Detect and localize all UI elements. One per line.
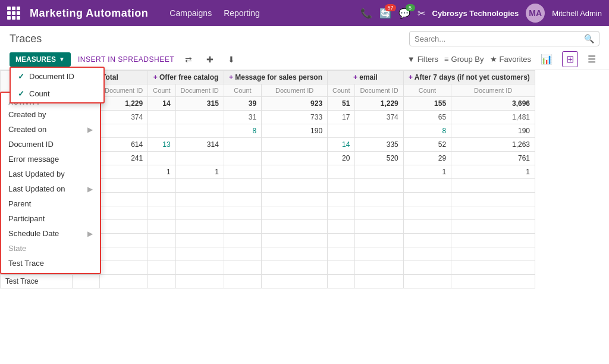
measures-arrow-icon: ▼ <box>59 56 65 62</box>
groupby-created-by[interactable]: Created by <box>1 107 100 122</box>
cell: 733 <box>262 111 328 124</box>
cell <box>328 165 355 179</box>
cell <box>99 165 147 179</box>
cell: 1 <box>175 165 224 179</box>
cell <box>451 247 535 261</box>
group-by-button[interactable]: ≡ Group By <box>444 55 484 64</box>
avatar[interactable]: MA <box>526 4 545 23</box>
sub-docid-0: Document ID <box>99 84 147 97</box>
cell: 374 <box>99 111 147 124</box>
tools-icon[interactable]: ✂ <box>417 8 425 19</box>
col-plus-icon[interactable]: + <box>153 73 158 81</box>
cell <box>451 261 535 275</box>
cell <box>328 206 355 220</box>
cell <box>148 234 175 247</box>
cell: 14 <box>328 138 355 152</box>
user-name: Mitchell Admin <box>552 9 602 18</box>
nav-campaigns[interactable]: Campaigns <box>169 8 212 18</box>
cell <box>224 234 261 247</box>
content-area: Activity Created by Created on ▶ Documen… <box>0 70 609 344</box>
sub-docid-1: Document ID <box>175 84 224 97</box>
filters-button[interactable]: ▼ Filters <box>407 55 438 64</box>
cell <box>148 179 175 193</box>
cell <box>355 261 403 275</box>
cell <box>148 261 175 275</box>
cell: 52 <box>403 138 451 152</box>
col-plus-icon[interactable]: + <box>409 73 413 81</box>
measures-item-docid[interactable]: ✓ Document ID <box>11 68 103 85</box>
groupby-test-trace[interactable]: Test Trace <box>1 256 100 271</box>
cell: 761 <box>451 152 535 165</box>
groupby-dropdown: Activity Created by Created on ▶ Documen… <box>0 92 101 274</box>
activity-badge: 57 <box>385 4 395 11</box>
cell <box>175 111 224 124</box>
measures-button[interactable]: MEASURES ▼ <box>10 52 71 67</box>
cell <box>224 193 261 206</box>
groupby-schedule-date[interactable]: Schedule Date ▶ <box>1 226 100 241</box>
cell <box>148 152 175 165</box>
cell <box>148 193 175 206</box>
cell: 1 <box>403 165 451 179</box>
cell <box>355 275 403 288</box>
cell: 39 <box>224 97 261 111</box>
groupby-error-message[interactable]: Error message <box>1 152 100 167</box>
check-icon: ✓ <box>18 89 24 98</box>
cell <box>262 247 328 261</box>
search-input[interactable] <box>415 34 584 43</box>
page-title: Traces <box>10 33 42 45</box>
main-nav: Campaigns Reporting <box>169 8 260 18</box>
cell <box>224 138 261 152</box>
cell: 17 <box>328 111 355 124</box>
chat-icon[interactable]: 💬 5 <box>398 8 410 19</box>
cell: 190 <box>262 124 328 138</box>
cell <box>175 152 224 165</box>
cell <box>328 179 355 193</box>
nav-reporting[interactable]: Reporting <box>224 8 260 18</box>
cell <box>175 179 224 193</box>
app-title: Marketing Automation <box>30 7 148 20</box>
groupby-last-updated-by[interactable]: Last Updated by <box>1 167 100 181</box>
cell: 8 <box>403 124 451 138</box>
cell <box>99 234 147 247</box>
cell <box>99 275 147 288</box>
cell <box>328 220 355 234</box>
expand-icon-button[interactable]: ✚ <box>203 53 217 66</box>
swap-icon-button[interactable]: ⇄ <box>181 53 196 66</box>
groupby-participant[interactable]: Participant <box>1 211 100 226</box>
insert-spreadsheet-button[interactable]: INSERT IN SPREADSHEET <box>78 55 174 64</box>
cell: 13 <box>148 138 175 152</box>
cell <box>148 275 175 288</box>
bar-chart-view-button[interactable]: 📊 <box>537 52 556 67</box>
cell <box>224 165 261 179</box>
cell <box>262 275 328 288</box>
grid-menu-icon[interactable] <box>7 7 20 20</box>
page-header: Traces 🔍 <box>0 26 609 49</box>
col-plus-icon[interactable]: + <box>229 73 233 81</box>
cell <box>148 206 175 220</box>
activity-icon[interactable]: 🔄 57 <box>379 8 391 19</box>
cell <box>175 247 224 261</box>
sub-docid-3: Document ID <box>355 84 403 97</box>
favorites-button[interactable]: ★ Favorites <box>490 55 531 64</box>
list-view-button[interactable]: ☰ <box>584 52 599 67</box>
groupby-last-updated-on[interactable]: Last Updated on ▶ <box>1 181 100 196</box>
company-name[interactable]: Cybrosys Technologies <box>432 9 519 18</box>
sub-count-3: Count <box>328 84 355 97</box>
cell <box>328 275 355 288</box>
cell <box>175 193 224 206</box>
navbar: Marketing Automation Campaigns Reporting… <box>0 0 609 26</box>
cell: 1 <box>148 165 175 179</box>
pivot-view-button[interactable]: ⊞ <box>562 51 578 67</box>
cell: 335 <box>355 138 403 152</box>
cell <box>224 152 261 165</box>
download-icon-button[interactable]: ⬇ <box>224 53 238 66</box>
groupby-created-on[interactable]: Created on ▶ <box>1 122 100 137</box>
cell: 3,696 <box>451 97 535 111</box>
measures-item-count[interactable]: ✓ Count <box>11 85 103 102</box>
search-bar: 🔍 <box>409 31 599 46</box>
groupby-parent[interactable]: Parent <box>1 196 100 211</box>
phone-icon[interactable]: 📞 <box>360 8 372 19</box>
col-plus-icon[interactable]: + <box>353 73 357 81</box>
groupby-document-id[interactable]: Document ID <box>1 137 100 152</box>
cell <box>262 261 328 275</box>
